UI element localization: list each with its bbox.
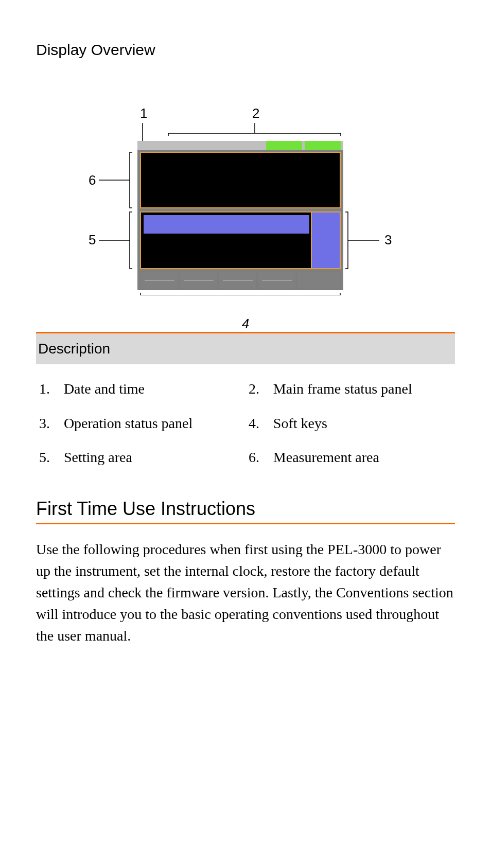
item-text: Operation status panel [61, 409, 246, 444]
item-text: Main frame status panel [270, 375, 455, 409]
svg-rect-3 [305, 141, 341, 150]
svg-rect-6 [144, 215, 309, 234]
display-overview-diagram: 1 2 6 5 3 [65, 74, 426, 295]
item-text: Soft keys [270, 409, 455, 444]
callout-3: 3 [384, 232, 392, 247]
callout-6: 6 [89, 172, 96, 188]
callout-4: 4 [36, 316, 455, 332]
item-text: Measurement area [270, 443, 455, 477]
svg-rect-2 [266, 141, 302, 150]
item-num: 6. [246, 443, 270, 477]
item-num: 5. [36, 443, 61, 477]
table-row: 5. Setting area 6. Measurement area [36, 443, 455, 477]
callout-5: 5 [89, 232, 96, 247]
callout-1: 1 [140, 105, 147, 121]
section-title: Display Overview [36, 41, 455, 59]
svg-rect-12 [297, 272, 340, 289]
description-table: 1. Date and time 2. Main frame status pa… [36, 375, 455, 477]
item-num: 2. [246, 375, 270, 409]
item-text: Date and time [61, 375, 246, 409]
svg-rect-4 [141, 152, 340, 208]
description-header: Description [36, 332, 455, 364]
item-num: 4. [246, 409, 270, 444]
item-num: 1. [36, 375, 61, 409]
item-text: Setting area [61, 443, 246, 477]
item-num: 3. [36, 409, 61, 444]
instructions-title: First Time Use Instructions [36, 498, 455, 524]
svg-rect-7 [311, 212, 340, 269]
table-row: 3. Operation status panel 4. Soft keys [36, 409, 455, 444]
table-row: 1. Date and time 2. Main frame status pa… [36, 375, 455, 409]
callout-2: 2 [252, 105, 259, 121]
instructions-body: Use the following procedures when first … [36, 539, 455, 647]
